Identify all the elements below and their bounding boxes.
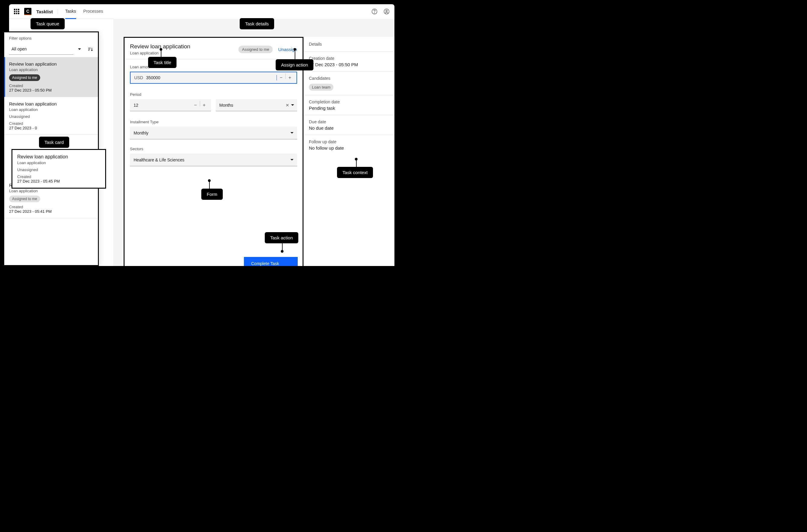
filter-section: Filter options	[4, 32, 98, 57]
clear-icon[interactable]: ✕	[286, 103, 289, 108]
context-panel: Details Creation date 27 Dec 2023 - 05:5…	[304, 37, 395, 266]
context-header: Details	[304, 37, 395, 52]
filter-select[interactable]	[9, 43, 74, 55]
callout-task-title: Task title	[148, 57, 176, 68]
context-creation-date: Creation date 27 Dec 2023 - 05:50 PM	[304, 52, 395, 72]
loan-amount-input[interactable]: USD 350000 − +	[130, 72, 297, 84]
nav-tasks[interactable]: Tasks	[65, 4, 76, 19]
callout-task-details: Task details	[240, 18, 274, 29]
context-candidates: Candidates Loan team	[304, 72, 395, 95]
period-unit-value: Months	[219, 103, 233, 108]
assigned-pill: Assigned to me	[9, 74, 40, 81]
filter-label: Filter options	[9, 36, 93, 40]
installment-label: Installment Type	[130, 120, 297, 124]
task-card-popout[interactable]: Review loan application Loan application…	[12, 149, 106, 189]
period-value: 12	[134, 103, 138, 108]
context-due-date: Due date No due date	[304, 115, 395, 135]
main-panel: Review loan application Loan application…	[113, 19, 395, 266]
period-unit-select[interactable]: Months ✕	[216, 99, 297, 111]
complete-task-button[interactable]: Complete Task	[244, 257, 298, 266]
context-followup-date: Follow up date No follow up date	[304, 135, 395, 155]
loan-amount-value: 350000	[146, 75, 278, 80]
svg-point-3	[386, 10, 387, 12]
assigned-pill: Assigned to me	[9, 195, 40, 202]
sectors-label: Sectors	[130, 147, 297, 151]
task-queue-panel: Filter options Review loan application L…	[3, 32, 99, 266]
task-card[interactable]: Review loan application Loan application…	[4, 97, 98, 135]
user-icon[interactable]	[384, 8, 390, 15]
period-decrement[interactable]: −	[191, 101, 200, 110]
amount-decrement[interactable]: −	[277, 73, 285, 82]
currency-prefix: USD	[134, 75, 143, 80]
period-value-input[interactable]: 12 − +	[130, 99, 211, 111]
chevron-down-icon	[291, 104, 294, 106]
sectors-select[interactable]: Healthcare & Life Sciences	[130, 154, 297, 166]
sort-icon[interactable]	[88, 46, 93, 52]
task-detail-frame: Review loan application Loan application…	[123, 37, 304, 266]
callout-assign-action: Assign action	[276, 59, 313, 71]
svg-point-1	[374, 13, 374, 13]
sectors-value: Healthcare & Life Sciences	[134, 157, 185, 162]
top-bar: C Tasklist Tasks Processes	[9, 4, 395, 19]
callout-task-card: Task card	[39, 137, 69, 148]
task-card[interactable]: Review loan application Loan application…	[4, 57, 98, 97]
task-form: Loan amou USD 350000 − + Period 12	[124, 59, 303, 179]
assigned-badge: Assigned to me	[238, 46, 273, 53]
chevron-down-icon	[290, 132, 293, 134]
installment-value: Monthly	[134, 131, 148, 135]
app-switcher-icon[interactable]	[14, 9, 19, 14]
main-nav: Tasks Processes	[65, 4, 103, 19]
help-icon[interactable]	[371, 8, 378, 15]
context-completion-date: Completion date Pending task	[304, 95, 395, 115]
callout-task-queue: Task queue	[31, 18, 65, 29]
chevron-down-icon	[290, 159, 293, 160]
callout-task-context: Task context	[337, 167, 373, 178]
logo-icon: C	[24, 8, 32, 15]
task-process-name: Loan application	[130, 51, 190, 55]
installment-select[interactable]: Monthly	[130, 127, 297, 139]
period-label: Period	[130, 92, 297, 97]
period-increment[interactable]: +	[200, 101, 209, 110]
task-detail-header: Review loan application Loan application…	[124, 38, 303, 59]
amount-increment[interactable]: +	[286, 73, 294, 82]
callout-task-action: Task action	[265, 232, 298, 243]
nav-processes[interactable]: Processes	[83, 4, 103, 19]
callout-form: Form	[201, 189, 223, 200]
candidate-pill: Loan team	[309, 84, 333, 91]
brand-name: Tasklist	[36, 9, 58, 14]
